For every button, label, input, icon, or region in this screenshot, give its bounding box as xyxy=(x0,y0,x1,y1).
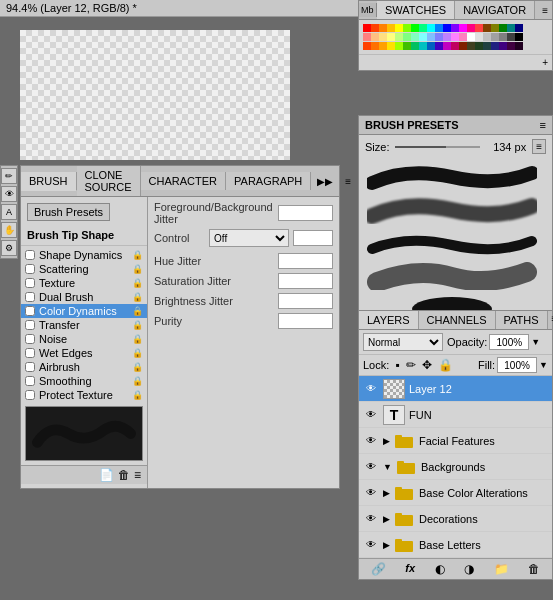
swatch[interactable] xyxy=(403,42,411,50)
layer-visibility-fun[interactable]: 👁 xyxy=(363,407,379,423)
brush-item-texture[interactable]: Texture 🔒 xyxy=(21,276,147,290)
tab-channels[interactable]: CHANNELS xyxy=(419,311,496,329)
delete-layer-icon[interactable]: 🗑 xyxy=(528,562,540,576)
swatch[interactable] xyxy=(491,33,499,41)
swatch[interactable] xyxy=(371,42,379,50)
folder-arrow-decorations[interactable]: ▶ xyxy=(383,514,390,524)
swatch[interactable] xyxy=(483,42,491,50)
brush-item-color-dynamics[interactable]: Color Dynamics 🔒 xyxy=(21,304,147,318)
swatch[interactable] xyxy=(491,24,499,32)
fill-arrow[interactable]: ▼ xyxy=(539,360,548,370)
brush-item-transfer[interactable]: Transfer 🔒 xyxy=(21,318,147,332)
swatch[interactable] xyxy=(419,33,427,41)
tab-character[interactable]: CHARACTER xyxy=(141,172,226,190)
swatch[interactable] xyxy=(379,42,387,50)
swatch[interactable] xyxy=(483,24,491,32)
swatch[interactable] xyxy=(371,24,379,32)
swatch[interactable] xyxy=(395,24,403,32)
checkbox-scattering[interactable] xyxy=(25,264,35,274)
brush-item-shape-dynamics[interactable]: Shape Dynamics 🔒 xyxy=(21,248,147,262)
checkbox-smoothing[interactable] xyxy=(25,376,35,386)
tab-paths[interactable]: PATHS xyxy=(496,311,548,329)
layer-item-backgrounds[interactable]: 👁 ▼ Backgrounds xyxy=(359,454,552,480)
swatches-add-icon[interactable]: + xyxy=(542,57,548,68)
swatch[interactable] xyxy=(427,24,435,32)
brush-presets-button[interactable]: Brush Presets xyxy=(27,203,110,221)
swatch[interactable] xyxy=(371,33,379,41)
swatch[interactable] xyxy=(427,33,435,41)
adjustment-layer-icon[interactable]: ◑ xyxy=(464,562,474,576)
swatch[interactable] xyxy=(379,33,387,41)
checkbox-shape-dynamics[interactable] xyxy=(25,250,35,260)
purity-input[interactable] xyxy=(278,313,333,329)
layer-visibility-facial-features[interactable]: 👁 xyxy=(363,433,379,449)
brush-item-protect-texture[interactable]: Protect Texture 🔒 xyxy=(21,388,147,402)
swatch[interactable] xyxy=(387,42,395,50)
swatch[interactable] xyxy=(515,33,523,41)
control-input[interactable] xyxy=(293,230,333,246)
checkbox-airbrush[interactable] xyxy=(25,362,35,372)
folder-arrow-base-color[interactable]: ▶ xyxy=(383,488,390,498)
layer-item-base-letters[interactable]: 👁 ▶ Base Letters xyxy=(359,532,552,558)
fill-input[interactable] xyxy=(497,357,537,373)
swatch[interactable] xyxy=(467,24,475,32)
preset-item-4[interactable] xyxy=(363,261,548,291)
delete-brush-icon[interactable]: 🗑 xyxy=(118,468,130,482)
swatch[interactable] xyxy=(363,24,371,32)
checkbox-color-dynamics[interactable] xyxy=(25,306,35,316)
layer-item-fun[interactable]: 👁 T FUN xyxy=(359,402,552,428)
presets-size-slider[interactable] xyxy=(395,146,480,148)
swatches-options-icon[interactable]: ≡ xyxy=(538,3,552,18)
toolbar-gear-btn[interactable]: ⚙ xyxy=(1,240,17,256)
presets-size-options[interactable]: ≡ xyxy=(532,139,546,154)
swatch[interactable] xyxy=(459,24,467,32)
panel-tab-arrow[interactable]: ▶▶ xyxy=(311,173,339,190)
swatch[interactable] xyxy=(467,42,475,50)
swatch[interactable] xyxy=(451,42,459,50)
swatch[interactable] xyxy=(419,42,427,50)
lock-transparent-icon[interactable]: ▪ xyxy=(395,358,399,372)
layer-item-base-color[interactable]: 👁 ▶ Base Color Alterations xyxy=(359,480,552,506)
control-select[interactable]: Off xyxy=(209,229,289,247)
mb-button[interactable]: Mb xyxy=(359,3,377,17)
preset-item-2[interactable] xyxy=(363,195,548,225)
swatch[interactable] xyxy=(403,24,411,32)
toolbar-brush-btn[interactable]: ✏ xyxy=(1,168,17,184)
swatch[interactable] xyxy=(475,33,483,41)
swatch[interactable] xyxy=(363,33,371,41)
link-layers-icon[interactable]: 🔗 xyxy=(371,562,386,576)
presets-options-icon[interactable]: ≡ xyxy=(540,119,546,131)
swatch[interactable] xyxy=(427,42,435,50)
brush-item-dual-brush[interactable]: Dual Brush 🔒 xyxy=(21,290,147,304)
tab-navigator[interactable]: NAVIGATOR xyxy=(455,1,535,19)
folder-arrow-facial-features[interactable]: ▶ xyxy=(383,436,390,446)
swatch[interactable] xyxy=(419,24,427,32)
fx-icon[interactable]: fx xyxy=(405,562,415,576)
swatch[interactable] xyxy=(379,24,387,32)
swatch[interactable] xyxy=(451,33,459,41)
saturation-jitter-input[interactable] xyxy=(278,273,333,289)
swatch[interactable] xyxy=(499,33,507,41)
swatch[interactable] xyxy=(467,33,475,41)
swatch[interactable] xyxy=(443,33,451,41)
swatch[interactable] xyxy=(387,33,395,41)
swatch[interactable] xyxy=(395,42,403,50)
toolbar-hand-btn[interactable]: ✋ xyxy=(1,222,17,238)
fg-bg-jitter-input[interactable] xyxy=(278,205,333,221)
brush-item-wet-edges[interactable]: Wet Edges 🔒 xyxy=(21,346,147,360)
brush-item-scattering[interactable]: Scattering 🔒 xyxy=(21,262,147,276)
swatch[interactable] xyxy=(507,42,515,50)
checkbox-texture[interactable] xyxy=(25,278,35,288)
layer-item-decorations[interactable]: 👁 ▶ Decorations xyxy=(359,506,552,532)
brush-item-noise[interactable]: Noise 🔒 xyxy=(21,332,147,346)
toolbar-a-btn[interactable]: A xyxy=(1,204,17,220)
swatch[interactable] xyxy=(459,33,467,41)
layer-visibility-base-color[interactable]: 👁 xyxy=(363,485,379,501)
swatch[interactable] xyxy=(451,24,459,32)
add-mask-icon[interactable]: ◐ xyxy=(435,562,445,576)
layer-visibility-base-letters[interactable]: 👁 xyxy=(363,537,379,553)
swatch[interactable] xyxy=(475,42,483,50)
layer-item-facial-features[interactable]: 👁 ▶ Facial Features xyxy=(359,428,552,454)
folder-arrow-backgrounds[interactable]: ▼ xyxy=(383,462,392,472)
tab-brush[interactable]: BRUSH xyxy=(21,172,77,191)
